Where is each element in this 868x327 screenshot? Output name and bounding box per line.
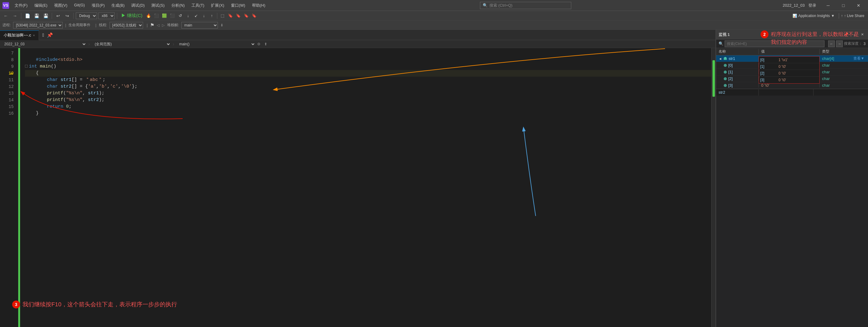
search-prev-btn[interactable]: ←: [828, 40, 835, 47]
debug-mode-select[interactable]: Debug: [76, 12, 97, 19]
scroll-indicator[interactable]: [711, 48, 715, 327]
nav-back-btn[interactable]: ←: [2, 12, 10, 20]
bookmark-btn[interactable]: 🔖: [227, 12, 234, 20]
nav-collapse-btn[interactable]: ⬆: [262, 41, 269, 47]
row1-type: char: [822, 70, 830, 74]
menu-analyze[interactable]: 分析(N): [168, 2, 188, 9]
continue-btn[interactable]: ▶ 继续(C): [119, 12, 144, 20]
code-line-9: □int main(): [25, 63, 711, 70]
restart-btn[interactable]: ↺: [177, 12, 184, 20]
step-over-btn[interactable]: ↓: [184, 12, 192, 20]
comma1: ,: [96, 83, 99, 90]
toolbar-btn5[interactable]: ⬛: [153, 12, 160, 20]
watch-panel: 监视 1 📌 ↕ ✕ 🔍 ← → 搜索深度： 3 名称 值 类型: [716, 30, 868, 327]
watch-unpin-btn[interactable]: 📌: [843, 31, 850, 38]
arch-select[interactable]: x86: [98, 12, 115, 19]
menu-bar: 文件(F) 编辑(E) 视图(V) Git(G) 项目(P) 生成(B) 调试(…: [11, 2, 269, 9]
menu-git[interactable]: Git(G): [71, 2, 88, 9]
watch-close-btn[interactable]: ✕: [859, 31, 866, 38]
return-val: 0: [66, 103, 69, 110]
login-btn[interactable]: 登录: [808, 3, 816, 8]
stackframe-icon2: ▷: [162, 23, 165, 27]
str2-var: str2: [58, 83, 71, 90]
search-controls: ← → 搜索深度： 3: [828, 40, 866, 47]
menu-project[interactable]: 项目(P): [89, 2, 108, 9]
row2-name-cell: [2]: [716, 76, 759, 81]
line-num-15: 15: [0, 103, 14, 110]
printf2-fmt: "%s\n": [66, 97, 83, 103]
row1-type-cell: char: [819, 70, 868, 74]
main-parens: (): [51, 63, 56, 70]
search-next-btn[interactable]: →: [836, 40, 843, 47]
str1-action[interactable]: 查看▼: [854, 56, 864, 61]
stackframe-select[interactable]: main: [181, 22, 218, 29]
maximize-btn[interactable]: □: [836, 0, 850, 11]
file-select[interactable]: 2022_12_03: [1, 41, 87, 47]
process-select[interactable]: [53048] 2022_12_03.exe: [13, 22, 63, 29]
str1-expand-icon[interactable]: ◄: [719, 57, 722, 61]
scope-select[interactable]: (全局范围): [92, 41, 171, 47]
menu-window[interactable]: 窗口(W): [228, 2, 248, 9]
menu-tools[interactable]: 工具(T): [188, 2, 208, 9]
bookmark4-btn[interactable]: 🔖: [250, 12, 258, 20]
printf1-fmt: "%s\n": [66, 90, 83, 97]
step-back-btn[interactable]: ↙: [192, 12, 200, 20]
bookmark2-btn[interactable]: 🔖: [235, 12, 242, 20]
new-file-btn[interactable]: 📄: [24, 12, 31, 20]
code-line-15: return 0;: [25, 103, 711, 110]
close-btn[interactable]: ✕: [851, 0, 866, 11]
tab-close-btn[interactable]: ×: [33, 33, 35, 37]
lifecycle-sep2: |: [95, 23, 96, 27]
step-into-btn[interactable]: ↓: [200, 12, 208, 20]
watch-input-str2[interactable]: [716, 90, 759, 96]
value-box: [0] 1 '\x1' [1] 0 '\0' [2] 0 '\0' [3]: [759, 56, 819, 84]
row2-type: char: [822, 76, 830, 81]
save-btn[interactable]: 💾: [33, 12, 40, 20]
row1-name: [1]: [728, 70, 733, 74]
live-share-btn[interactable]: ↑ ↑ Live Share: [839, 13, 866, 19]
menu-edit[interactable]: 编辑(E): [31, 2, 51, 9]
hot-reload-btn[interactable]: 🔥: [145, 12, 152, 20]
row3-value: 0 '\0': [761, 83, 769, 88]
save-all-btn[interactable]: 💾: [42, 12, 50, 20]
toolbar-btn6[interactable]: 🟩: [161, 12, 168, 20]
step-out-btn[interactable]: ↑: [208, 12, 215, 20]
undo-btn[interactable]: ↩: [54, 12, 62, 20]
menu-test[interactable]: 测试(S): [148, 2, 167, 9]
comma2: ,: [107, 83, 110, 90]
redo-btn[interactable]: ↪: [63, 12, 71, 20]
exec-arrow-icon: ⇒: [9, 71, 13, 77]
str1-bracket: [] =: [71, 77, 85, 83]
pin-tab-btn[interactable]: 📌: [47, 32, 53, 38]
split-editor-btn[interactable]: ⇕: [40, 32, 46, 38]
main-layout: 小颗加油啊~~.c × ⇕ 📌 2022_12_03 › (全局范围) › ma…: [0, 30, 868, 327]
menu-view[interactable]: 视图(V): [51, 2, 70, 9]
watch-rows: ◄ str1 0x008ffbe4 "\x1" [0]: [716, 55, 868, 327]
nav-forward-btn[interactable]: →: [11, 12, 19, 20]
watch-row-str1[interactable]: ◄ str1 0x008ffbe4 "\x1" [0]: [716, 55, 868, 62]
str1-var: str1: [58, 77, 71, 83]
watch-search-input[interactable]: [725, 40, 825, 47]
menu-help[interactable]: 帮助(H): [249, 2, 269, 9]
printf2-arg: str2: [88, 97, 99, 103]
watch-input-row[interactable]: [716, 89, 868, 96]
thread-select[interactable]: [45052] 主线程: [110, 22, 143, 29]
expand-box: □: [25, 63, 28, 70]
editor-tab-main[interactable]: 小颗加油啊~~.c ×: [0, 30, 39, 40]
bookmark3-btn[interactable]: 🔖: [243, 12, 250, 20]
minimize-btn[interactable]: ─: [821, 0, 835, 11]
search-box[interactable]: 🔍 搜索 (Ctrl+Q): [480, 2, 571, 9]
nav-settings-btn[interactable]: ⚙: [256, 41, 262, 47]
vbox-row-2: [2] 0 '\0': [759, 70, 819, 77]
debug-controls: ▶ 继续(C) 🔥 ⬛ 🟩 ⬛ ↺ ↓ ↙ ↓ ↑ ⬚ 🔖 🔖 🔖 🔖: [119, 12, 258, 20]
menu-debug[interactable]: 调试(D): [128, 2, 148, 9]
watch-move-btn[interactable]: ↕: [851, 31, 858, 38]
menu-build[interactable]: 生成(B): [108, 2, 127, 9]
menu-extensions[interactable]: 扩展(X): [208, 2, 227, 9]
code-content[interactable]: #include<stdio.h> □int main() ⇒ { char s…: [20, 48, 711, 327]
breakpoint-btn[interactable]: ⬚: [219, 12, 226, 20]
app-insights-btn[interactable]: 📊 Application Insights ▼: [791, 13, 836, 19]
menu-file[interactable]: 文件(F): [11, 2, 31, 9]
function-select[interactable]: main(): [176, 41, 255, 47]
stop-btn[interactable]: ⬛: [168, 12, 176, 20]
